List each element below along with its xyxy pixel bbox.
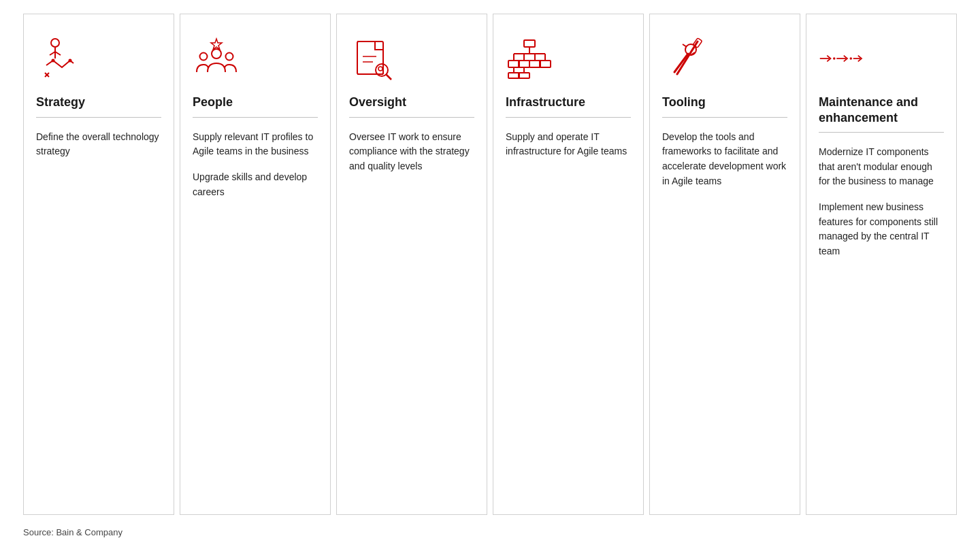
column-maintenance: Maintenance and enhancement Modernize IT… bbox=[806, 14, 957, 515]
maintenance-divider bbox=[819, 132, 944, 133]
svg-rect-34 bbox=[508, 73, 519, 78]
column-infrastructure: Infrastructure Supply and operate IT inf… bbox=[493, 14, 644, 515]
svg-point-45 bbox=[850, 57, 853, 60]
maintenance-icon-area bbox=[819, 28, 944, 89]
people-icon-area bbox=[193, 28, 318, 89]
infrastructure-title: Infrastructure bbox=[506, 95, 631, 110]
svg-rect-28 bbox=[519, 61, 529, 67]
people-icon bbox=[193, 35, 240, 82]
svg-line-3 bbox=[55, 52, 61, 55]
svg-line-2 bbox=[50, 52, 55, 55]
svg-line-38 bbox=[683, 44, 687, 47]
svg-line-20 bbox=[386, 74, 391, 80]
column-oversight: Oversight Oversee IT work to ensure comp… bbox=[336, 14, 487, 515]
tooling-icon bbox=[662, 35, 710, 82]
svg-point-0 bbox=[51, 39, 59, 47]
columns-container: Strategy Define the overall technology s… bbox=[20, 14, 960, 515]
column-tooling: Tooling Develop the tools and frameworks… bbox=[649, 14, 800, 515]
svg-rect-32 bbox=[540, 61, 551, 67]
svg-rect-26 bbox=[508, 61, 519, 67]
svg-point-9 bbox=[212, 49, 221, 59]
people-text-1: Upgrade skills and develop careers bbox=[193, 170, 318, 199]
strategy-text-0: Define the overall technology strategy bbox=[36, 130, 161, 159]
people-text-0: Supply relevant IT profiles to Agile tea… bbox=[193, 130, 318, 159]
svg-rect-13 bbox=[357, 41, 383, 74]
tooling-title: Tooling bbox=[662, 95, 787, 110]
strategy-divider bbox=[36, 117, 161, 118]
svg-rect-30 bbox=[529, 61, 540, 67]
oversight-divider bbox=[349, 117, 474, 118]
people-divider bbox=[193, 117, 318, 118]
oversight-icon bbox=[349, 35, 397, 82]
svg-rect-22 bbox=[524, 40, 535, 47]
infrastructure-icon-area bbox=[506, 28, 631, 89]
oversight-title: Oversight bbox=[349, 95, 474, 110]
oversight-icon-area bbox=[349, 28, 474, 89]
svg-line-40 bbox=[677, 41, 698, 74]
footer-source: Source: Bain & Company bbox=[20, 527, 960, 537]
column-people: People Supply relevant IT profiles to Ag… bbox=[180, 14, 331, 515]
tooling-divider bbox=[662, 117, 787, 118]
tooling-text-0: Develop the tools and frameworks to faci… bbox=[662, 130, 787, 189]
maintenance-title: Maintenance and enhancement bbox=[819, 95, 944, 125]
infrastructure-text-0: Supply and operate IT infrastructure for… bbox=[506, 130, 631, 159]
maintenance-text-0: Modernize IT components that aren't modu… bbox=[819, 145, 944, 189]
strategy-icon bbox=[36, 35, 84, 82]
infrastructure-icon bbox=[506, 35, 553, 82]
svg-point-10 bbox=[200, 53, 208, 61]
svg-point-21 bbox=[378, 67, 382, 71]
svg-rect-36 bbox=[519, 73, 529, 78]
people-title: People bbox=[193, 95, 318, 110]
infrastructure-divider bbox=[506, 117, 631, 118]
svg-marker-12 bbox=[211, 39, 222, 50]
column-strategy: Strategy Define the overall technology s… bbox=[23, 14, 174, 515]
svg-point-5 bbox=[69, 59, 72, 63]
svg-point-11 bbox=[226, 53, 233, 61]
svg-point-43 bbox=[833, 57, 836, 60]
svg-point-6 bbox=[52, 59, 55, 63]
maintenance-text-1: Implement new business features for comp… bbox=[819, 200, 944, 259]
strategy-icon-area bbox=[36, 28, 161, 89]
oversight-text-0: Oversee IT work to ensure compliance wit… bbox=[349, 130, 474, 174]
tooling-icon-area bbox=[662, 28, 787, 89]
maintenance-icon bbox=[819, 35, 866, 82]
strategy-title: Strategy bbox=[36, 95, 161, 110]
